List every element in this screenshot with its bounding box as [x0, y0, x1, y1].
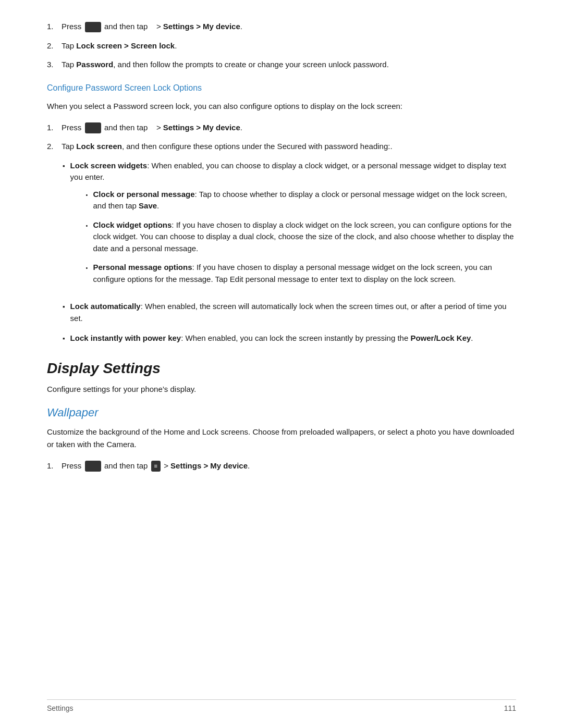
bullet-item-lock-power: Lock instantly with power key: When enab… [63, 332, 516, 344]
wallpaper-heading: Wallpaper [47, 406, 516, 419]
wallpaper-step-num-1: 1. [47, 460, 57, 472]
home-button-1 [85, 22, 101, 33]
configure-steps-list: 1. Press and then tap > Settings > My de… [47, 122, 516, 153]
sub-item-personal-message-options: Personal message options: If you have ch… [86, 262, 516, 285]
sub-item-personal-message-options-text: Personal message options: If you have ch… [93, 262, 516, 285]
content-area: 1. Press and then tap > Settings > My de… [47, 21, 516, 472]
home-button-2 [85, 122, 101, 133]
configure-intro: When you select a Password screen lock, … [47, 100, 516, 113]
page-footer: Settings 111 [47, 699, 516, 712]
configure-heading: Configure Password Screen Lock Options [47, 83, 516, 93]
step-num-2: 2. [47, 40, 57, 52]
sub-item-clock-personal: Clock or personal message: Tap to choose… [86, 189, 516, 212]
footer-label: Settings [47, 704, 74, 712]
sub-item-clock-widget-options: Clock widget options: If you have chosen… [86, 219, 516, 255]
bullet-list: Lock screen widgets: When enabled, you c… [63, 160, 516, 344]
sub-item-clock-widget-options-text: Clock widget options: If you have chosen… [93, 219, 516, 255]
home-button-3 [85, 461, 101, 472]
step-3-text: Tap Password, and then follow the prompt… [62, 59, 389, 71]
sub-item-clock-personal-text: Clock or personal message: Tap to choose… [93, 189, 516, 212]
wallpaper-step-1: 1. Press and then tap ≡ > Settings > My … [47, 460, 516, 472]
step-num-3: 3. [47, 59, 57, 71]
configure-step-2: 2. Tap Lock screen, and then configure t… [47, 141, 516, 153]
grid-icon: ≡ [151, 461, 161, 472]
display-settings-intro: Configure settings for your phone’s disp… [47, 383, 516, 396]
top-steps-list: 1. Press and then tap > Settings > My de… [47, 21, 516, 71]
top-step-3: 3. Tap Password, and then follow the pro… [47, 59, 516, 71]
display-settings-title: Display Settings [47, 360, 516, 377]
bullet-item-lock-screen-widgets-text: Lock screen widgets: When enabled, you c… [70, 160, 516, 293]
wallpaper-step-1-text: Press and then tap ≡ > Settings > My dev… [62, 460, 250, 472]
bullet-item-lock-screen-widgets: Lock screen widgets: When enabled, you c… [63, 160, 516, 293]
cfg-step-1-text: Press and then tap > Settings > My devic… [62, 122, 242, 134]
bullet-item-lock-auto: Lock automatically: When enabled, the sc… [63, 301, 516, 324]
step-num-1: 1. [47, 21, 57, 33]
cfg-step-num-1: 1. [47, 122, 57, 134]
sub-bullet-list-widgets: Clock or personal message: Tap to choose… [86, 189, 516, 286]
wallpaper-description: Customize the background of the Home and… [47, 426, 516, 451]
step-1-text: Press and then tap > Settings > My devic… [62, 21, 242, 33]
configure-step-1: 1. Press and then tap > Settings > My de… [47, 122, 516, 134]
footer-page-number: 111 [504, 704, 516, 712]
top-step-2: 2. Tap Lock screen > Screen lock. [47, 40, 516, 52]
cfg-step-num-2: 2. [47, 141, 57, 153]
bullet-item-lock-power-text: Lock instantly with power key: When enab… [70, 332, 473, 344]
top-step-1: 1. Press and then tap > Settings > My de… [47, 21, 516, 33]
step-2-text: Tap Lock screen > Screen lock. [62, 40, 177, 52]
bullet-item-lock-auto-text: Lock automatically: When enabled, the sc… [70, 301, 516, 324]
page-container: 1. Press and then tap > Settings > My de… [0, 0, 563, 728]
wallpaper-steps-list: 1. Press and then tap ≡ > Settings > My … [47, 460, 516, 472]
cfg-step-2-text: Tap Lock screen, and then configure thes… [62, 141, 393, 153]
